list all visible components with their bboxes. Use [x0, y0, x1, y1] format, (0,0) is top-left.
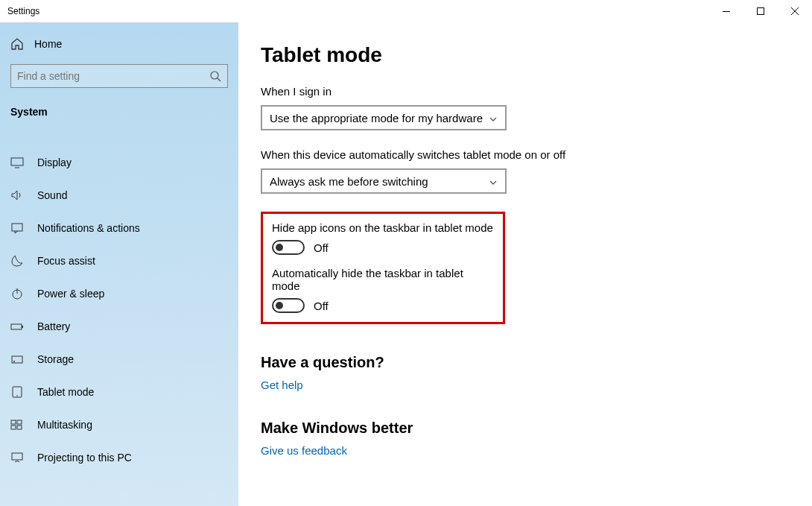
signin-label: When I sign in — [261, 85, 790, 98]
sidebar-item-projecting[interactable]: Projecting to this PC — [0, 441, 238, 474]
minimize-icon — [723, 11, 730, 12]
sidebar-item-battery[interactable]: Battery — [0, 310, 238, 343]
feedback-heading: Make Windows better — [261, 420, 790, 437]
svg-rect-1 — [758, 8, 764, 15]
switch-dropdown-value: Always ask me before switching — [270, 175, 428, 188]
toggle-knob — [276, 302, 283, 309]
svg-rect-21 — [12, 453, 22, 460]
power-icon — [10, 287, 24, 300]
hide-taskbar-state: Off — [314, 300, 329, 312]
feedback-link[interactable]: Give us feedback — [261, 444, 347, 457]
hide-taskbar-toggle[interactable] — [272, 298, 305, 313]
sidebar-item-multitasking[interactable]: Multitasking — [0, 408, 238, 441]
close-icon — [791, 7, 799, 15]
signin-dropdown[interactable]: Use the appropriate mode for my hardware — [261, 105, 507, 130]
svg-point-16 — [16, 395, 18, 396]
svg-point-4 — [211, 72, 218, 79]
storage-icon — [10, 352, 24, 366]
switch-label: When this device automatically switches … — [261, 148, 790, 161]
svg-rect-6 — [11, 158, 23, 165]
sidebar-item-label: Notifications & actions — [37, 222, 140, 234]
sidebar-item-label: Battery — [37, 320, 70, 332]
battery-icon — [10, 320, 24, 333]
search-box[interactable] — [10, 64, 228, 88]
nav-list: Display Sound Notifications & actions Fo… — [0, 146, 238, 474]
tablet-icon — [10, 385, 24, 399]
sidebar-item-label: Storage — [37, 353, 74, 365]
notifications-icon — [10, 221, 24, 235]
hide-icons-toggle[interactable] — [272, 240, 305, 255]
svg-rect-11 — [11, 324, 22, 329]
multitasking-icon — [10, 418, 24, 431]
content: Tablet mode When I sign in Use the appro… — [238, 22, 812, 506]
window-title: Settings — [7, 6, 39, 16]
category-label: System — [0, 101, 238, 128]
display-icon — [10, 156, 24, 169]
svg-rect-19 — [11, 426, 16, 429]
sidebar-item-notifications[interactable]: Notifications & actions — [0, 212, 238, 244]
sidebar-item-label: Sound — [37, 189, 67, 201]
sidebar-item-display[interactable]: Display — [0, 146, 238, 179]
page-title: Tablet mode — [261, 43, 790, 67]
sidebar-item-tablet[interactable]: Tablet mode — [0, 376, 238, 408]
titlebar: Settings — [0, 0, 812, 22]
svg-point-14 — [13, 361, 15, 362]
svg-rect-12 — [22, 326, 23, 328]
sidebar-item-storage[interactable]: Storage — [0, 343, 238, 376]
question-heading: Have a question? — [261, 354, 790, 371]
sidebar-item-power[interactable]: Power & sleep — [0, 277, 238, 310]
sidebar-item-sound[interactable]: Sound — [0, 179, 238, 212]
sidebar-item-label: Display — [37, 156, 72, 168]
hide-icons-state: Off — [314, 241, 329, 254]
search-input[interactable] — [17, 70, 209, 82]
sidebar-item-label: Multitasking — [37, 419, 92, 431]
hide-icons-label: Hide app icons on the taskbar in tablet … — [272, 221, 494, 234]
sidebar-item-label: Focus assist — [37, 255, 95, 267]
toggle-knob — [276, 244, 283, 251]
window-controls — [709, 0, 812, 22]
svg-rect-13 — [12, 356, 22, 363]
home-button[interactable]: Home — [0, 30, 238, 64]
highlight-box: Hide app icons on the taskbar in tablet … — [261, 212, 505, 324]
focus-assist-icon — [10, 254, 24, 268]
maximize-button[interactable] — [743, 0, 778, 22]
sidebar-item-label: Tablet mode — [37, 386, 94, 398]
svg-rect-20 — [17, 426, 22, 429]
sidebar: Home System Display Sound Notificatio — [0, 22, 238, 506]
chevron-down-icon — [489, 113, 498, 122]
sidebar-item-label: Projecting to this PC — [37, 452, 132, 464]
svg-line-5 — [218, 78, 221, 81]
close-button[interactable] — [778, 0, 812, 22]
sidebar-item-label: Power & sleep — [37, 288, 104, 300]
hide-taskbar-label: Automatically hide the taskbar in tablet… — [272, 267, 494, 292]
minimize-button[interactable] — [709, 0, 743, 22]
get-help-link[interactable]: Get help — [261, 379, 303, 391]
sound-icon — [10, 189, 24, 202]
projecting-icon — [10, 451, 24, 464]
maximize-icon — [757, 7, 764, 15]
search-icon — [209, 70, 221, 82]
chevron-down-icon — [489, 177, 498, 186]
svg-rect-18 — [17, 420, 22, 424]
switch-dropdown[interactable]: Always ask me before switching — [261, 168, 507, 194]
home-icon — [10, 37, 24, 51]
svg-rect-17 — [11, 420, 16, 424]
signin-dropdown-value: Use the appropriate mode for my hardware — [270, 112, 483, 124]
sidebar-item-focus-assist[interactable]: Focus assist — [0, 244, 238, 277]
svg-rect-0 — [723, 11, 730, 12]
svg-rect-8 — [12, 224, 22, 231]
home-label: Home — [34, 38, 62, 50]
